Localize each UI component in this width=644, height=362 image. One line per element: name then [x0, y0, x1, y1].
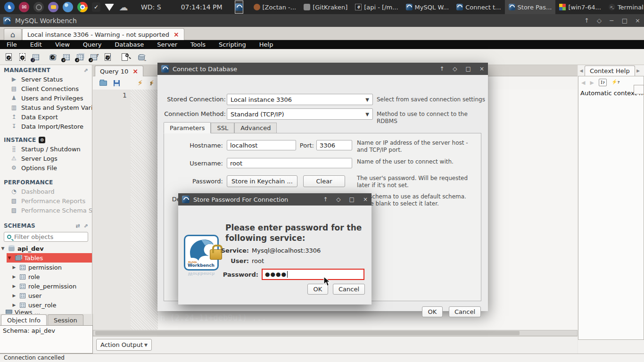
store-in-keychain-button[interactable]: Store in Keychain ... [227, 175, 297, 187]
sidebar-item-options-file[interactable]: ⚙Options File [0, 163, 92, 173]
workspace-indicator[interactable]: WD: S [141, 3, 161, 11]
scrollbar-thumb[interactable] [95, 331, 520, 335]
minimize-button[interactable]: − [609, 17, 614, 24]
pin-button[interactable]: ◇ [453, 66, 457, 72]
password-dialog-titlebar[interactable]: Store Password For Connection ↑ ◇ □ × [178, 193, 372, 206]
tree-node-user[interactable]: ▶user [0, 291, 92, 300]
browser-globe-icon[interactable] [63, 2, 73, 12]
close-button[interactable]: × [479, 66, 484, 72]
menu-database[interactable]: Database [108, 41, 150, 48]
chevron-right-icon[interactable]: ▶ [11, 265, 17, 270]
tab-object-info[interactable]: Object Info [1, 314, 47, 325]
task-gitkraken[interactable]: [GitKraken] [300, 0, 351, 14]
tab-advanced[interactable]: Advanced [234, 123, 277, 133]
menu-view[interactable]: View [49, 41, 76, 48]
maximize-button[interactable]: □ [622, 17, 627, 24]
chevron-down-icon[interactable]: ▼ [0, 246, 6, 251]
sidebar-item-startup-shutdown[interactable]: ⣿Startup / Shutdown [0, 144, 92, 154]
migration-icon[interactable]: ⌁ [136, 51, 147, 63]
sidebar-item-client-connections[interactable]: ▤Client Connections [0, 84, 92, 93]
task-win7-vm[interactable]: [win7-64... [555, 0, 604, 14]
expand-icon[interactable]: ⇗ [84, 223, 88, 229]
task-store-password[interactable]: Store Pas... [505, 0, 556, 14]
sidebar-item-data-import[interactable]: ↧Data Import/Restore [0, 122, 92, 131]
menu-tools[interactable]: Tools [184, 41, 212, 48]
connection-tab[interactable]: Local instance 3306 - Warning - not supp… [22, 28, 184, 40]
pin-button[interactable]: ◇ [336, 196, 340, 203]
app-titlebar[interactable]: MySQL Workbench ↑ ◇ − □ × [0, 14, 644, 27]
home-tab[interactable]: ⌂ [4, 28, 22, 40]
task-zoctan[interactable]: [Zoctan -... [250, 0, 300, 14]
expand-icon[interactable]: ⇗ [84, 67, 88, 74]
menu-server[interactable]: Server [150, 41, 184, 48]
password-cancel-button[interactable]: Cancel [333, 284, 365, 295]
task-mysql-workbench[interactable]: MySQL W... [402, 0, 453, 14]
new-table-icon[interactable]: + [74, 51, 86, 63]
new-view-icon[interactable]: +↑ [88, 51, 99, 63]
task-intellij[interactable]: IJ[api - [/m... [351, 0, 402, 14]
chevron-right-icon[interactable]: ▶ [11, 303, 17, 307]
new-sql-editor-icon[interactable]: + [3, 51, 14, 63]
password-ok-button[interactable]: OK [307, 284, 328, 295]
new-routine-icon[interactable]: +ƒ() [102, 51, 113, 63]
new-connection-icon[interactable]: + [47, 51, 58, 63]
stacked-tab[interactable] [634, 85, 644, 94]
tab-ssl[interactable]: SSL [211, 123, 234, 133]
menu-help[interactable]: Help [253, 41, 280, 48]
sidebar-item-data-export[interactable]: ↥Data Export [0, 112, 92, 122]
schema-filter[interactable] [4, 232, 88, 242]
help-forward-icon[interactable]: ▶ [590, 80, 594, 86]
sidebar-item-performance-schema-setup[interactable]: ▨Performance Schema Setup [0, 206, 92, 215]
clear-password-button[interactable]: Clear [303, 175, 345, 187]
connection-method-select[interactable]: Standard (TCP/IP)▼ [227, 108, 373, 120]
context-help-tab[interactable]: Context Help [585, 66, 635, 76]
password-input[interactable]: ●●●● [262, 269, 364, 280]
active-window-box[interactable] [235, 0, 243, 14]
tab-session[interactable]: Session [48, 314, 83, 325]
new-schema-icon[interactable]: + [61, 51, 72, 63]
execute-current-icon[interactable]: ⚡I [149, 79, 152, 87]
tree-node-role[interactable]: ▶role [0, 272, 92, 281]
open-script-icon[interactable] [99, 81, 107, 86]
menu-file[interactable]: File [0, 41, 24, 48]
auto-context-help-icon[interactable]: ⚡? [611, 79, 619, 86]
tab-close-icon[interactable]: × [173, 31, 179, 38]
sidebar-item-dashboard[interactable]: ◔Dashboard [0, 187, 92, 196]
sidebar-item-status-variables[interactable]: ▥Status and System Variables [0, 103, 92, 112]
menu-scripting[interactable]: Scripting [212, 41, 253, 48]
tree-node-user-role[interactable]: ▶user_role [0, 300, 92, 310]
pin-button[interactable]: ◇ [597, 17, 602, 24]
task-connect-dialog[interactable]: Connect t... [453, 0, 504, 14]
tab-parameters[interactable]: Parameters [164, 122, 211, 133]
menu-query[interactable]: Query [76, 41, 108, 48]
tab-close-icon[interactable]: × [132, 67, 138, 75]
shade-button[interactable]: ↑ [323, 196, 328, 203]
chevron-right-icon[interactable]: ▶ [11, 284, 17, 288]
filter-objects-input[interactable] [14, 233, 80, 240]
inquiry-icon[interactable]: i [30, 51, 41, 63]
sidebar-item-users-privileges[interactable]: ♟Users and Privileges [0, 93, 92, 103]
search-objects-icon[interactable] [119, 51, 130, 63]
maximize-button[interactable]: □ [349, 196, 355, 203]
refresh-icon[interactable]: ⇄ [75, 223, 80, 229]
clock[interactable]: 07:14:14 PM [181, 3, 223, 11]
sidebar-item-performance-reports[interactable]: ▧Performance Reports [0, 196, 92, 206]
execute-icon[interactable]: ⚡ [138, 79, 143, 87]
camera-app-icon[interactable] [33, 2, 44, 12]
shade-button[interactable]: ↑ [439, 66, 444, 72]
action-output-select[interactable]: Action Output ▼ [96, 339, 152, 351]
sidebar-item-server-logs[interactable]: ⚠Server Logs [0, 154, 92, 163]
menu-edit[interactable]: Edit [24, 41, 49, 48]
task-terminal[interactable]: >_Terminal ... [605, 0, 644, 14]
connect-cancel-button[interactable]: Cancel [449, 306, 481, 317]
chevron-right-icon[interactable]: ▶ [11, 293, 17, 298]
close-button[interactable]: × [635, 17, 640, 24]
sidebar-item-server-status[interactable]: ▶Server Status [0, 74, 92, 84]
cloud-icon[interactable]: ☁ [118, 2, 129, 12]
username-input[interactable] [227, 158, 352, 168]
mail-app-icon[interactable]: ✉ [19, 2, 29, 12]
chevron-down-icon[interactable]: ▼ [7, 255, 12, 260]
context-help-icon[interactable]: I? [599, 79, 607, 86]
chevron-right-icon[interactable]: ▶ [11, 274, 17, 279]
wifi-icon[interactable] [105, 4, 114, 11]
